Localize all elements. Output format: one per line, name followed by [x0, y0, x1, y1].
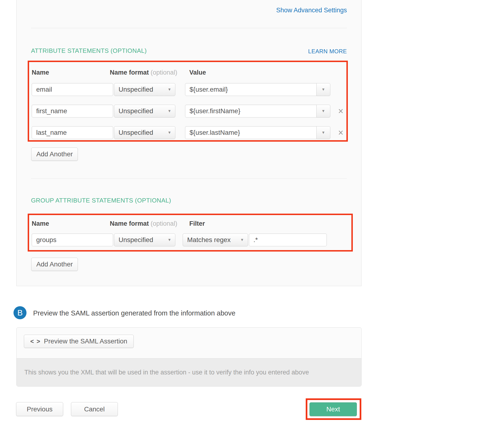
group-columns-header: Name Name format (optional) Filter — [0, 220, 504, 229]
name-format-selected-value: Unspecified — [118, 129, 153, 136]
preview-assertion-card: < > Preview the SAML Assertion This show… — [16, 327, 361, 386]
preview-section-title: Preview the SAML assertion generated fro… — [33, 309, 235, 317]
chevron-down-icon: ▼ — [168, 109, 171, 113]
cancel-button[interactable]: Cancel — [71, 402, 118, 416]
filter-value-input[interactable] — [249, 234, 327, 246]
filter-type-selected-value: Matches regex — [187, 236, 231, 244]
step-b-badge: B — [13, 306, 27, 319]
section-divider — [31, 178, 347, 178]
previous-button[interactable]: Previous — [16, 402, 63, 416]
preview-saml-assertion-button[interactable]: < > Preview the SAML Assertion — [24, 335, 134, 348]
attribute-name-input[interactable] — [32, 83, 113, 96]
chevron-down-icon: ▼ — [240, 238, 244, 242]
attribute-name-input[interactable] — [32, 126, 113, 139]
group-name-input[interactable] — [32, 234, 113, 246]
remove-row-button[interactable]: × — [336, 128, 345, 137]
name-format-selected-value: Unspecified — [118, 86, 153, 93]
attribute-row: Unspecified ▼ ▼ × — [0, 105, 504, 117]
chevron-down-icon: ▼ — [168, 131, 171, 134]
name-format-selected-value: Unspecified — [118, 236, 153, 244]
column-header-name-format: Name format (optional) — [110, 69, 177, 76]
column-header-name-format: Name format (optional) — [110, 220, 177, 227]
section-divider — [31, 28, 347, 28]
show-advanced-settings-link[interactable]: Show Advanced Settings — [276, 7, 347, 14]
attribute-row: Unspecified ▼ ▼ × — [0, 126, 504, 139]
column-header-name-format-label: Name format — [110, 69, 149, 76]
column-header-name: Name — [32, 220, 49, 227]
add-another-attribute-button[interactable]: Add Another — [31, 148, 78, 161]
learn-more-link[interactable]: LEARN MORE — [308, 48, 347, 55]
value-select-button[interactable]: ▼ — [316, 83, 330, 96]
filter-type-select[interactable]: Matches regex ▼ — [183, 234, 248, 246]
attribute-statements-heading: ATTRIBUTE STATEMENTS (OPTIONAL) — [31, 47, 147, 55]
attribute-row: Unspecified ▼ ▼ — [0, 83, 504, 96]
chevron-down-icon: ▼ — [322, 109, 325, 113]
column-header-optional-note: (optional) — [151, 69, 178, 76]
code-brackets-icon: < > — [30, 338, 41, 345]
preview-saml-assertion-label: Preview the SAML Assertion — [44, 338, 127, 345]
attribute-name-input[interactable] — [32, 105, 113, 117]
value-select-button[interactable]: ▼ — [316, 126, 330, 139]
saml-settings-page: Show Advanced Settings ATTRIBUTE STATEME… — [0, 0, 504, 432]
chevron-down-icon: ▼ — [168, 88, 171, 91]
group-attribute-row: Unspecified ▼ Matches regex ▼ — [0, 234, 504, 246]
name-format-selected-value: Unspecified — [118, 107, 153, 115]
preview-card-footer: This shows you the XML that will be used… — [17, 358, 361, 386]
name-format-select[interactable]: Unspecified ▼ — [114, 105, 175, 117]
attribute-value-input[interactable] — [185, 83, 317, 96]
chevron-down-icon: ▼ — [168, 238, 171, 242]
attribute-columns-header: Name Name format (optional) Value — [0, 69, 504, 78]
name-format-select[interactable]: Unspecified ▼ — [114, 126, 175, 139]
attribute-value-input[interactable] — [185, 105, 317, 117]
add-another-group-attribute-button[interactable]: Add Another — [31, 258, 78, 271]
name-format-select[interactable]: Unspecified ▼ — [114, 83, 175, 96]
column-header-name-format-label: Name format — [110, 220, 149, 227]
column-header-optional-note: (optional) — [151, 220, 178, 227]
remove-row-button[interactable]: × — [336, 107, 345, 116]
column-header-value: Value — [189, 69, 206, 76]
attribute-value-input[interactable] — [185, 126, 317, 139]
name-format-select[interactable]: Unspecified ▼ — [114, 234, 175, 246]
next-button[interactable]: Next — [309, 402, 357, 416]
column-header-filter: Filter — [189, 220, 205, 227]
group-attribute-statements-heading: GROUP ATTRIBUTE STATEMENTS (OPTIONAL) — [31, 197, 171, 204]
column-header-name: Name — [32, 69, 49, 76]
value-select-button[interactable]: ▼ — [316, 105, 330, 117]
chevron-down-icon: ▼ — [322, 88, 325, 91]
preview-note-text: This shows you the XML that will be used… — [17, 369, 309, 376]
chevron-down-icon: ▼ — [322, 131, 325, 134]
